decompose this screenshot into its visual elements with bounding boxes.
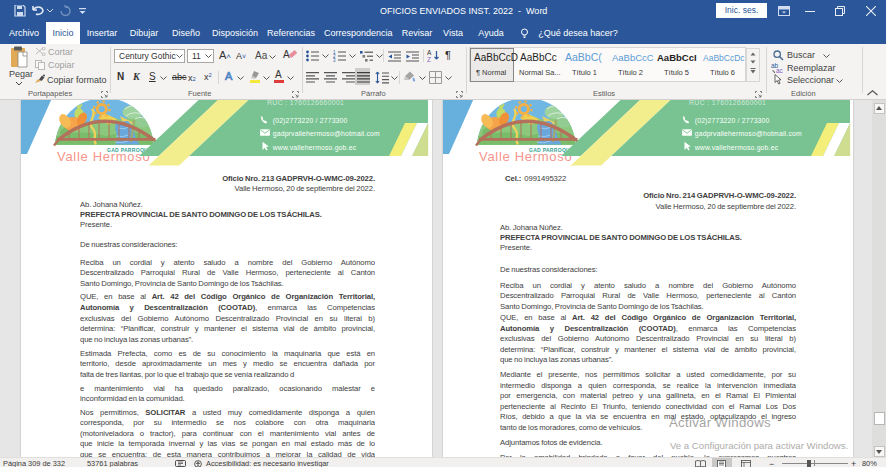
svg-text:ac: ac bbox=[776, 67, 784, 73]
svg-text:Z: Z bbox=[427, 56, 431, 62]
svg-text:3: 3 bbox=[333, 58, 336, 63]
svg-text:A: A bbox=[427, 49, 432, 56]
